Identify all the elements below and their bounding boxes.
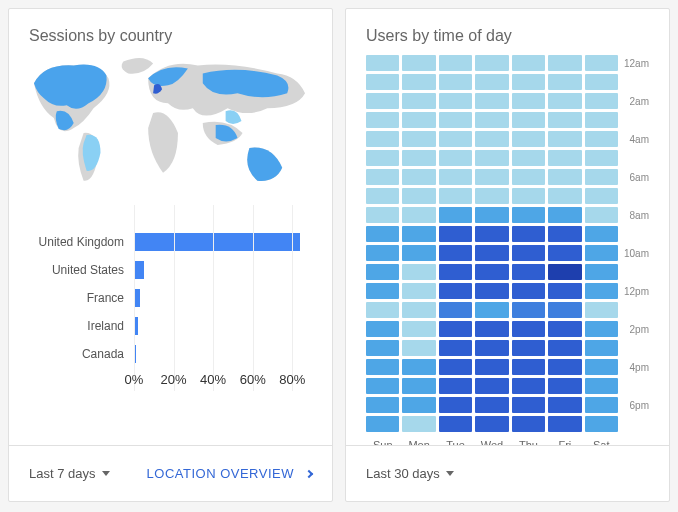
heatmap-cell [548,188,581,204]
heatmap-cell [439,74,472,90]
heatmap-cell [439,321,472,337]
heatmap-cell [512,131,545,147]
hour-label: 6am [621,169,649,185]
heatmap-cell [548,112,581,128]
heatmap-cell [585,397,618,413]
heatmap-cell [402,112,435,128]
heatmap-cell [475,359,508,375]
heatmap-cell [439,397,472,413]
heatmap-cell [548,207,581,223]
daterange-selector[interactable]: Last 7 days [29,466,110,481]
heatmap-cell [366,131,399,147]
heatmap-cell [548,245,581,261]
heatmap-cell [548,397,581,413]
heatmap-cell [585,302,618,318]
hour-label: 12pm [621,283,649,299]
day-label: Mon [402,435,435,445]
heatmap-cell [439,112,472,128]
heatmap-cell [402,207,435,223]
bar-row: Canada [29,340,312,368]
heatmap-cell [475,416,508,432]
heatmap-cell [402,188,435,204]
hour-label: 2am [621,93,649,109]
heatmap-cell [585,283,618,299]
bar-fill [134,261,144,279]
caret-down-icon [102,471,110,476]
heatmap-cell [402,264,435,280]
heatmap-cell [512,416,545,432]
heatmap-day-labels: Sun Mon Tue Wed Thu Fri Sat [366,435,649,445]
hour-label [621,302,649,318]
heatmap-cell [402,74,435,90]
bar-row: United States [29,256,312,284]
heatmap-cell [475,169,508,185]
hour-label [621,264,649,280]
heatmap-cell [439,359,472,375]
link-label: LOCATION OVERVIEW [147,466,294,481]
heatmap-cell [439,55,472,71]
card-sessions-by-country: Sessions by country [8,8,333,502]
heatmap-cell [548,74,581,90]
heatmap-cell [585,93,618,109]
heatmap-cell [439,188,472,204]
bar-row: Ireland [29,312,312,340]
heatmap-cell [475,93,508,109]
heatmap-cell [512,93,545,109]
heatmap-cell [366,359,399,375]
heatmap-cell [475,340,508,356]
axis-tick: 0% [125,372,144,387]
location-overview-link[interactable]: LOCATION OVERVIEW [147,466,312,481]
heatmap-cell [439,283,472,299]
bar-row: France [29,284,312,312]
heatmap-cell [548,302,581,318]
heatmap-cell [402,378,435,394]
daterange-label: Last 7 days [29,466,96,481]
heatmap-cell [585,245,618,261]
heatmap-cell [366,378,399,394]
heatmap-cell [402,169,435,185]
heatmap-cell [366,226,399,242]
heatmap-cell [548,226,581,242]
heatmap-cell [475,283,508,299]
heatmap-cell [366,188,399,204]
heatmap-cell [439,226,472,242]
heatmap-cell [402,321,435,337]
heatmap-cell [366,74,399,90]
heatmap-cell [402,93,435,109]
heatmap-cell [585,226,618,242]
card-users-by-time: Users by time of day 12am2am4am6am8am10a… [345,8,670,502]
heatmap-cell [475,207,508,223]
axis-tick: 40% [200,372,226,387]
heatmap-cell [366,245,399,261]
hour-label [621,416,649,432]
heatmap-cell [439,340,472,356]
heatmap-cell [548,131,581,147]
bar-label: Ireland [29,319,134,333]
heatmap-cell [366,321,399,337]
heatmap-cell [585,340,618,356]
heatmap-cell [366,112,399,128]
day-label: Thu [512,435,545,445]
day-label: Sun [366,435,399,445]
hour-label: 2pm [621,321,649,337]
heatmap-cell [475,112,508,128]
heatmap-cell [585,378,618,394]
heatmap-cell [402,55,435,71]
heatmap-cell [402,150,435,166]
daterange-selector[interactable]: Last 30 days [366,466,454,481]
heatmap-cell [439,169,472,185]
heatmap-cell [366,55,399,71]
heatmap-cell [439,416,472,432]
heatmap-cell [439,302,472,318]
heatmap-cell [548,150,581,166]
heatmap-cell [512,359,545,375]
chevron-right-icon [305,469,313,477]
heatmap-cell [548,169,581,185]
heatmap-cell [366,283,399,299]
heatmap-cell [475,302,508,318]
heatmap-cell [475,226,508,242]
heatmap-cell [402,131,435,147]
bar-label: United States [29,263,134,277]
heatmap-cell [585,55,618,71]
bar-fill [134,345,136,363]
